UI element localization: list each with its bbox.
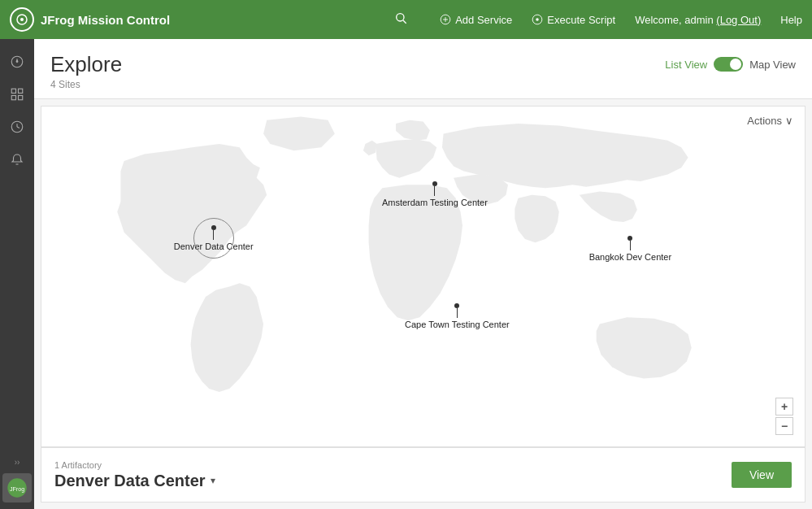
sidebar-collapse-button[interactable]: ›› xyxy=(15,458,20,467)
page-header: Explore 4 Sites List View Map View xyxy=(34,39,812,99)
logo: JFrog Mission Control xyxy=(10,7,170,32)
bottom-bar: 1 Artifactory Denver Data Center ▾ View xyxy=(41,447,805,502)
svg-point-2 xyxy=(397,14,404,21)
logout-link[interactable]: (Log Out) xyxy=(716,14,761,26)
welcome-text: Welcome, admin (Log Out) xyxy=(635,14,761,26)
search-button[interactable] xyxy=(394,11,407,28)
zoom-controls: + − xyxy=(775,398,793,435)
svg-rect-12 xyxy=(19,89,23,93)
main-layout: ›› JFrog Explore 4 Sites List View xyxy=(0,39,812,509)
list-view-button[interactable]: List View xyxy=(665,59,707,71)
map-pin-capetown[interactable]: Cape Town Testing Center xyxy=(405,303,510,329)
site-name-row: Denver Data Center ▾ xyxy=(54,472,215,490)
execute-script-button[interactable]: Execute Script xyxy=(532,14,615,26)
svg-rect-11 xyxy=(11,89,15,93)
site-info: 1 Artifactory Denver Data Center ▾ xyxy=(54,460,215,490)
bangkok-label: Bangkok Dev Center xyxy=(589,252,672,262)
svg-text:JFrog: JFrog xyxy=(10,486,24,493)
zoom-out-button[interactable]: − xyxy=(775,417,793,435)
svg-point-8 xyxy=(536,18,540,21)
sidebar: ›› JFrog xyxy=(0,39,34,509)
capetown-line xyxy=(457,308,458,318)
sidebar-item-clock[interactable] xyxy=(2,112,32,141)
actions-dropdown[interactable]: Actions ∨ xyxy=(747,115,793,127)
svg-rect-13 xyxy=(11,96,15,100)
site-name: Denver Data Center xyxy=(54,472,206,490)
zoom-in-button[interactable]: + xyxy=(775,398,793,415)
view-toggle-switch[interactable] xyxy=(714,57,743,72)
help-button[interactable]: Help xyxy=(780,14,802,26)
add-service-button[interactable]: Add Service xyxy=(440,14,512,26)
header: JFrog Mission Control Add Service Execut… xyxy=(0,0,812,39)
map-container: Actions ∨ xyxy=(41,106,805,447)
amsterdam-label: Amsterdam Testing Center xyxy=(382,198,488,207)
actions-chevron-icon: ∨ xyxy=(785,115,793,127)
denver-circle xyxy=(193,218,234,259)
svg-marker-10 xyxy=(16,59,19,63)
view-site-button[interactable]: View xyxy=(732,462,792,488)
capetown-label: Cape Town Testing Center xyxy=(405,320,510,329)
map-view-button[interactable]: Map View xyxy=(749,59,796,71)
amsterdam-line xyxy=(434,186,435,196)
page-subtitle: 4 Sites xyxy=(50,79,122,90)
sidebar-item-grid[interactable] xyxy=(2,80,32,109)
map-pin-denver[interactable]: Denver Data Center xyxy=(174,225,254,251)
header-nav: Add Service Execute Script Welcome, admi… xyxy=(440,14,802,26)
page-title-section: Explore 4 Sites xyxy=(50,52,122,90)
site-dropdown-button[interactable]: ▾ xyxy=(211,475,215,486)
logo-icon xyxy=(10,7,34,32)
toggle-knob xyxy=(730,59,741,70)
content-area: Explore 4 Sites List View Map View Actio… xyxy=(34,39,812,509)
map-pin-bangkok[interactable]: Bangkok Dev Center xyxy=(589,236,672,262)
map-pin-amsterdam[interactable]: Amsterdam Testing Center xyxy=(382,181,488,207)
sidebar-logo: JFrog xyxy=(2,473,32,502)
logo-text: JFrog Mission Control xyxy=(41,13,170,27)
svg-line-17 xyxy=(17,127,20,128)
world-map xyxy=(41,107,805,446)
svg-point-1 xyxy=(20,18,24,21)
svg-rect-14 xyxy=(19,96,23,100)
sidebar-bottom: ›› JFrog xyxy=(2,458,32,509)
svg-line-3 xyxy=(403,20,406,24)
bangkok-line xyxy=(630,241,631,250)
view-toggle: List View Map View xyxy=(665,57,796,72)
sidebar-item-bell[interactable] xyxy=(2,145,32,174)
sidebar-item-compass[interactable] xyxy=(2,47,32,76)
page-title: Explore xyxy=(50,52,122,77)
site-artifactory-count: 1 Artifactory xyxy=(54,460,215,470)
